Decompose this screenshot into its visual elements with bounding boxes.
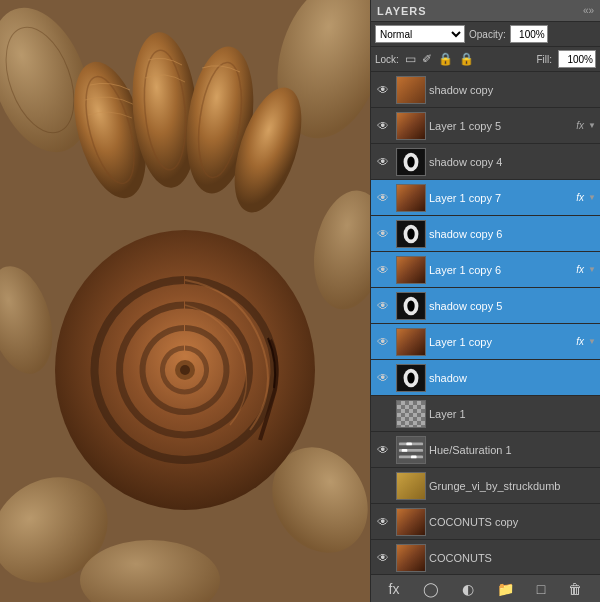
layer-name-7: Layer 1 copy bbox=[429, 336, 576, 348]
layer-row-7[interactable]: 👁Layer 1 copyfx▼ bbox=[371, 324, 600, 360]
layer-name-2: shadow copy 4 bbox=[429, 156, 598, 168]
lock-pixels-icon[interactable]: ✐ bbox=[422, 52, 432, 66]
layer-name-1: Layer 1 copy 5 bbox=[429, 120, 576, 132]
new-group-button[interactable]: 📁 bbox=[493, 579, 518, 599]
layer-row-8[interactable]: 👁shadow bbox=[371, 360, 600, 396]
layer-row-1[interactable]: 👁Layer 1 copy 5fx▼ bbox=[371, 108, 600, 144]
layers-panel: LAYERS «» Normal Multiply Screen Overlay… bbox=[370, 0, 600, 602]
layer-thumbnail-10 bbox=[396, 436, 426, 464]
layer-thumbnail-4 bbox=[396, 220, 426, 248]
layer-name-6: shadow copy 5 bbox=[429, 300, 598, 312]
visibility-toggle-5[interactable]: 👁 bbox=[373, 263, 393, 277]
layer-row-12[interactable]: 👁COCONUTS copy bbox=[371, 504, 600, 540]
layer-name-8: shadow bbox=[429, 372, 598, 384]
layer-row-3[interactable]: 👁Layer 1 copy 7fx▼ bbox=[371, 180, 600, 216]
layer-thumbnail-2 bbox=[396, 148, 426, 176]
blend-mode-select[interactable]: Normal Multiply Screen Overlay bbox=[375, 25, 465, 43]
layer-thumbnail-12 bbox=[396, 508, 426, 536]
new-layer-button[interactable]: □ bbox=[533, 579, 549, 599]
layer-row-9[interactable]: Layer 1 bbox=[371, 396, 600, 432]
layer-thumbnail-1 bbox=[396, 112, 426, 140]
layer-expand-3[interactable]: ▼ bbox=[588, 193, 596, 202]
visibility-toggle-13[interactable]: 👁 bbox=[373, 551, 393, 565]
layer-name-10: Hue/Saturation 1 bbox=[429, 444, 598, 456]
visibility-toggle-6[interactable]: 👁 bbox=[373, 299, 393, 313]
visibility-toggle-10[interactable]: 👁 bbox=[373, 443, 393, 457]
visibility-toggle-12[interactable]: 👁 bbox=[373, 515, 393, 529]
layer-thumbnail-11 bbox=[396, 472, 426, 500]
layer-name-11: Grunge_vi_by_struckdumb bbox=[429, 480, 598, 492]
svg-point-27 bbox=[407, 300, 414, 311]
fx-badge-7: fx bbox=[576, 336, 584, 347]
visibility-toggle-7[interactable]: 👁 bbox=[373, 335, 393, 349]
visibility-toggle-9[interactable] bbox=[373, 407, 393, 421]
lock-row: Lock: ▭ ✐ 🔒 🔒 Fill: bbox=[371, 47, 600, 72]
visibility-toggle-1[interactable]: 👁 bbox=[373, 119, 393, 133]
lock-label: Lock: bbox=[375, 54, 399, 65]
visibility-toggle-11[interactable] bbox=[373, 479, 393, 493]
fill-input[interactable] bbox=[558, 50, 596, 68]
svg-point-21 bbox=[407, 156, 414, 167]
layer-name-13: COCONUTS bbox=[429, 552, 598, 564]
fx-badge-1: fx bbox=[576, 120, 584, 131]
visibility-toggle-2[interactable]: 👁 bbox=[373, 155, 393, 169]
opacity-label: Opacity: bbox=[469, 29, 506, 40]
layer-row-2[interactable]: 👁shadow copy 4 bbox=[371, 144, 600, 180]
layer-row-13[interactable]: 👁COCONUTS bbox=[371, 540, 600, 574]
layer-thumbnail-7 bbox=[396, 328, 426, 356]
delete-layer-button[interactable]: 🗑 bbox=[564, 579, 586, 599]
panel-footer: fx ◯ ◐ 📁 □ 🗑 bbox=[371, 574, 600, 602]
svg-rect-37 bbox=[411, 455, 417, 458]
layer-row-10[interactable]: 👁 Hue/Saturation 1 bbox=[371, 432, 600, 468]
visibility-toggle-8[interactable]: 👁 bbox=[373, 371, 393, 385]
add-layer-style-button[interactable]: fx bbox=[385, 579, 404, 599]
lock-position-icon[interactable]: 🔒 bbox=[438, 52, 453, 66]
fx-badge-5: fx bbox=[576, 264, 584, 275]
layer-expand-7[interactable]: ▼ bbox=[588, 337, 596, 346]
layer-name-4: shadow copy 6 bbox=[429, 228, 598, 240]
layer-thumbnail-3 bbox=[396, 184, 426, 212]
svg-rect-35 bbox=[402, 449, 408, 452]
layer-thumbnail-6 bbox=[396, 292, 426, 320]
layer-thumbnail-8 bbox=[396, 364, 426, 392]
svg-point-18 bbox=[180, 365, 190, 375]
layer-row-4[interactable]: 👁shadow copy 6 bbox=[371, 216, 600, 252]
svg-point-30 bbox=[407, 372, 414, 383]
layer-name-12: COCONUTS copy bbox=[429, 516, 598, 528]
layer-row-11[interactable]: Grunge_vi_by_struckdumb bbox=[371, 468, 600, 504]
layer-name-3: Layer 1 copy 7 bbox=[429, 192, 576, 204]
layer-row-6[interactable]: 👁shadow copy 5 bbox=[371, 288, 600, 324]
panel-header: LAYERS «» bbox=[371, 0, 600, 22]
layer-name-5: Layer 1 copy 6 bbox=[429, 264, 576, 276]
layer-thumbnail-13 bbox=[396, 544, 426, 572]
panel-expand-icon[interactable]: «» bbox=[583, 5, 594, 16]
new-adjustment-button[interactable]: ◐ bbox=[458, 579, 478, 599]
layer-row-5[interactable]: 👁Layer 1 copy 6fx▼ bbox=[371, 252, 600, 288]
layer-name-0: shadow copy bbox=[429, 84, 598, 96]
svg-rect-33 bbox=[406, 442, 412, 445]
blend-mode-row: Normal Multiply Screen Overlay Opacity: bbox=[371, 22, 600, 47]
layer-expand-5[interactable]: ▼ bbox=[588, 265, 596, 274]
add-mask-button[interactable]: ◯ bbox=[419, 579, 443, 599]
layer-thumbnail-5 bbox=[396, 256, 426, 284]
visibility-toggle-4[interactable]: 👁 bbox=[373, 227, 393, 241]
opacity-input[interactable] bbox=[510, 25, 548, 43]
fx-badge-3: fx bbox=[576, 192, 584, 203]
visibility-toggle-0[interactable]: 👁 bbox=[373, 83, 393, 97]
panel-title: LAYERS bbox=[377, 5, 427, 17]
layer-thumbnail-0 bbox=[396, 76, 426, 104]
layers-list: 👁shadow copy👁Layer 1 copy 5fx▼👁shadow co… bbox=[371, 72, 600, 574]
fill-label: Fill: bbox=[536, 54, 552, 65]
canvas-area bbox=[0, 0, 370, 602]
visibility-toggle-3[interactable]: 👁 bbox=[373, 191, 393, 205]
lock-all-icon[interactable]: 🔒 bbox=[459, 52, 474, 66]
layer-name-9: Layer 1 bbox=[429, 408, 598, 420]
svg-point-24 bbox=[407, 228, 414, 239]
lock-transparent-icon[interactable]: ▭ bbox=[405, 52, 416, 66]
layer-row-0[interactable]: 👁shadow copy bbox=[371, 72, 600, 108]
layer-thumbnail-9 bbox=[396, 400, 426, 428]
layer-expand-1[interactable]: ▼ bbox=[588, 121, 596, 130]
